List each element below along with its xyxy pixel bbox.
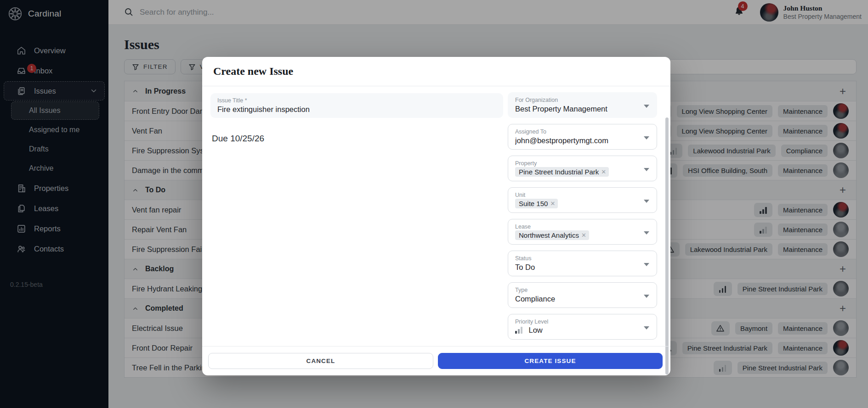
dropdown-caret-icon: [644, 105, 649, 108]
assigned-to-value: john@bestpropertymgt.com: [515, 136, 650, 145]
unit-tag: Suite 150✕: [515, 199, 558, 208]
field-label: Unit: [515, 192, 650, 198]
type-value: Compliance: [515, 295, 650, 303]
due-date-text[interactable]: Due 10/25/26: [212, 134, 264, 144]
lease-select[interactable]: Lease Northwest Analytics✕: [508, 219, 657, 245]
remove-icon[interactable]: ✕: [601, 168, 606, 175]
dropdown-caret-icon: [644, 263, 649, 266]
dropdown-caret-icon: [644, 295, 649, 298]
dropdown-caret-icon: [644, 136, 649, 140]
lease-tag: Northwest Analytics✕: [515, 230, 589, 240]
field-label: Type: [515, 287, 650, 293]
field-label: Status: [515, 255, 650, 262]
field-label: For Organization: [515, 97, 650, 103]
issue-title-value: Fire extinguisher inspection: [217, 105, 496, 114]
priority-bars-low-icon: [515, 327, 522, 334]
lease-tag-label: Northwest Analytics: [519, 231, 579, 239]
unit-tag-label: Suite 150: [519, 200, 548, 207]
property-tag-label: Pine Street Industrial Park: [519, 168, 599, 176]
field-label: Priority Level: [515, 319, 650, 325]
remove-icon[interactable]: ✕: [581, 232, 586, 239]
assigned-to-select[interactable]: Assigned To john@bestpropertymgt.com: [508, 124, 657, 150]
property-tag: Pine Street Industrial Park✕: [515, 167, 609, 177]
field-label: Lease: [515, 224, 650, 230]
status-select[interactable]: Status To Do: [508, 251, 657, 276]
organization-select[interactable]: For Organization Best Property Managemen…: [508, 92, 657, 118]
field-label: Issue Title *: [217, 97, 496, 104]
dropdown-caret-icon: [644, 200, 649, 203]
field-label: Assigned To: [515, 129, 650, 135]
cancel-button[interactable]: CANCEL: [208, 353, 433, 369]
dropdown-caret-icon: [644, 326, 649, 330]
field-label: Property: [515, 160, 650, 167]
type-select[interactable]: Type Compliance: [508, 282, 657, 308]
property-select[interactable]: Property Pine Street Industrial Park✕: [508, 156, 657, 181]
priority-select[interactable]: Priority Level Low: [508, 314, 657, 340]
unit-select[interactable]: Unit Suite 150✕: [508, 187, 657, 213]
modal-scrollbar[interactable]: [665, 117, 669, 374]
organization-value: Best Property Management: [515, 105, 650, 113]
priority-value: Low: [529, 326, 543, 335]
dropdown-caret-icon: [644, 168, 649, 171]
status-value: To Do: [515, 263, 650, 272]
dropdown-caret-icon: [644, 231, 649, 235]
create-issue-modal: Create new Issue Issue Title * Fire exti…: [202, 57, 670, 375]
remove-icon[interactable]: ✕: [550, 200, 555, 207]
issue-title-field[interactable]: Issue Title * Fire extinguisher inspecti…: [210, 93, 503, 118]
create-issue-button[interactable]: CREATE ISSUE: [438, 353, 663, 369]
modal-title: Create new Issue: [213, 65, 293, 78]
